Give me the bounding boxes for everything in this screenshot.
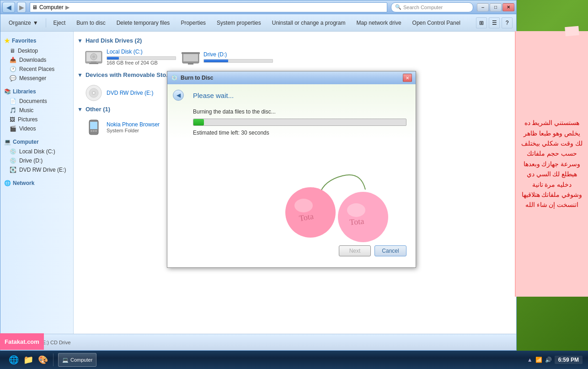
sidebar-item-drive-d[interactable]: 💿 Drive (D:) [0,156,73,165]
organize-arrow: ▼ [33,20,38,26]
sidebar-item-pictures[interactable]: 🖼 Pictures [0,115,73,124]
delete-temp-button[interactable]: Delete temporary files [112,16,175,29]
dvd-rw-name[interactable]: DVD RW Drive (E:) [107,90,153,96]
system-properties-label: System properties [217,20,261,26]
tray-network-icon[interactable]: 📶 [535,357,542,363]
open-control-panel-button[interactable]: Open Control Panel [408,16,465,29]
address-text: Computer [39,4,64,11]
sidebar-item-music[interactable]: 🎵 Music [0,106,73,115]
sidebar-item-desktop[interactable]: 🖥 Desktop [0,46,73,55]
libraries-label: Libraries [13,88,36,95]
dialog-disc-icon: 💿 [171,75,178,81]
properties-button[interactable]: Properties [176,16,210,29]
dialog-cancel-button[interactable]: Cancel [374,245,406,256]
sidebar-item-dvd-rw-e[interactable]: 💽 DVD RW Drive (E:) [0,165,73,174]
videos-icon: 🎬 [10,125,16,132]
tray-volume-icon[interactable]: 🔊 [545,357,552,363]
sidebar-item-recent[interactable]: 🕐 Recent Places [0,65,73,74]
dialog-back-button[interactable]: ◀ [173,90,184,101]
status-bar: DVD RW Drive (E:) CD Drive [0,334,516,350]
organize-label: Organize [9,20,31,26]
help-button[interactable]: ? [502,17,513,28]
properties-label: Properties [181,20,206,26]
nokia-icon [85,118,103,136]
library-icon: 📚 [4,88,11,95]
desktop-icon: 🖥 [10,48,15,54]
drive-d-icon-img [182,48,200,66]
sidebar-item-messenger[interactable]: 💬 Messenger [0,74,73,83]
back-button[interactable]: ◀ [2,2,15,13]
minimize-button[interactable]: – [477,3,489,11]
desktop-label: Desktop [18,48,38,54]
nokia-name[interactable]: Nokia Phone Browser [107,121,160,128]
system-properties-button[interactable]: System properties [212,16,266,29]
windows-explorer-taskbar-icon[interactable]: 📁 [22,353,35,366]
start-button[interactable]: Fatakat.com [0,333,44,350]
svg-rect-7 [183,54,198,61]
favorites-header[interactable]: ★ Favorites [0,35,73,46]
toolbar: Organize ▼ Eject Burn to disc Delete tem… [0,14,516,32]
burn-to-disc-label: Burn to disc [76,20,105,26]
other-arrow-icon: ▼ [77,106,83,113]
address-bar[interactable]: 🖥 Computer ▶ [30,2,387,12]
svg-point-5 [92,55,95,58]
svg-rect-16 [91,130,92,132]
eject-button[interactable]: Eject [49,16,70,29]
forward-button[interactable]: ▶ [17,2,26,13]
dialog-progress-fill [193,119,204,125]
sidebar-item-videos[interactable]: 🎬 Videos [0,124,73,133]
map-network-button[interactable]: Map network drive [352,16,406,29]
removable-arrow-icon: ▼ [77,72,83,78]
search-bar[interactable]: 🔍 Search Computer [391,2,473,12]
start-label: Fatakat.com [5,338,39,345]
clock-area[interactable]: 6:59 PM [555,356,583,364]
ie-icon[interactable]: 🌐 [7,353,20,366]
svg-point-13 [93,92,95,94]
pink-note: هستستني الشريط ده يخلص وهو طبعا ظاهر لك … [515,31,588,297]
search-icon: 🔍 [395,4,401,10]
network-header[interactable]: 🌐 Network [0,178,73,188]
libraries-header[interactable]: 📚 Libraries [0,87,73,97]
burn-to-disc-button[interactable]: Burn to disc [72,16,110,29]
downloads-label: Downloads [19,57,46,63]
local-disk-c-progress [107,56,176,60]
sidebar-item-downloads[interactable]: 📥 Downloads [0,55,73,65]
sidebar-item-local-disk-c[interactable]: 💿 Local Disk (C:) [0,147,73,156]
toolbar-right: ⊞ ☰ ? [476,17,513,28]
local-disk-c-progress-fill [107,57,119,60]
close-button[interactable]: ✕ [502,3,514,11]
organize-button[interactable]: Organize ▼ [4,16,43,29]
delete-temp-label: Delete temporary files [117,20,170,26]
dialog-status-title: Please wait... [193,92,406,99]
uninstall-button[interactable]: Uninstall or change a program [267,16,350,29]
videos-label: Videos [19,125,36,132]
dialog-cancel-label: Cancel [382,248,399,254]
dialog-next-button[interactable]: Next [339,245,371,256]
taskbar-computer-item[interactable]: 💻 Computer [58,353,96,367]
sidebar: ★ Favorites 🖥 Desktop 📥 Downloads 🕐 Rece… [0,32,74,334]
view-details-button[interactable]: ☰ [489,17,500,28]
network-label: Network [13,180,34,186]
view-options-button[interactable]: ⊞ [476,17,487,28]
drive-d-label: Drive (D:) [19,157,43,164]
dialog-title-bar: 💿 Burn to Disc ✕ [167,71,416,84]
dialog-close-button[interactable]: ✕ [403,74,412,82]
taskbar-items: 🌐 📁 🎨 💻 Computer [5,353,524,367]
photoshop-taskbar-icon[interactable]: 🎨 [37,353,49,366]
star-icon: ★ [4,37,10,44]
computer-label: Computer [13,139,39,145]
pictures-icon: 🖼 [10,116,15,123]
drive-d-name[interactable]: Drive (D:) [203,51,273,58]
computer-header[interactable]: 💻 Computer [0,137,73,147]
local-disk-c-name[interactable]: Local Disk (C:) [107,49,176,55]
messenger-icon: 💬 [10,75,16,81]
maximize-button[interactable]: □ [490,3,502,11]
title-bar-controls: – □ ✕ [477,3,514,11]
toolbar-separator-1 [46,18,46,27]
local-disk-c-row: Local Disk (C:) 168 GB free of 204 GB [85,48,176,66]
dialog-title: Burn to Disc [181,75,400,81]
sidebar-item-documents[interactable]: 📄 Documents [0,97,73,106]
taskbar-computer-label: Computer [70,357,92,363]
tray-arrow-icon[interactable]: ▲ [527,357,533,363]
map-network-label: Map network drive [357,20,401,26]
